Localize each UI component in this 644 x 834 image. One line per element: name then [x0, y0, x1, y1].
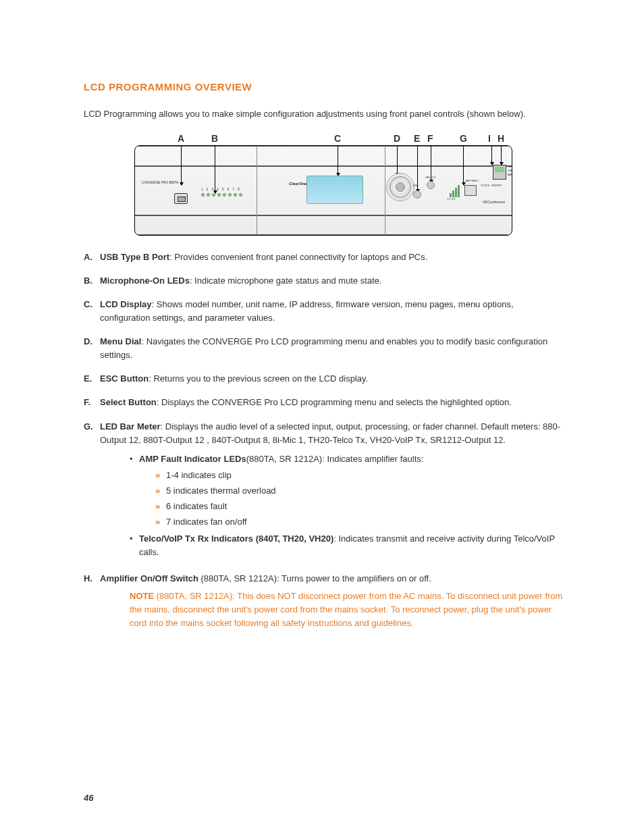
esc-label: ESC [413, 184, 419, 187]
item-g: G. LED Bar Meter: Displays the audio lev… [84, 420, 563, 562]
label-e: E [414, 133, 420, 144]
intro-paragraph: LCD Programming allows you to make simpl… [84, 107, 563, 121]
menu-dial-center-icon [396, 182, 405, 192]
item-letter: B. [84, 274, 100, 288]
mic-led-numbers: 1 2 3 4 5 6 7 8 [201, 188, 241, 191]
definition-list: A. USB Type B Port: Provides convenient … [84, 251, 563, 631]
item-letter: E. [84, 372, 100, 386]
tlock-box-icon [464, 185, 477, 196]
bar-meter-nums: 1 2 3 4 [447, 197, 455, 201]
item-desc: : Provides convenient front panel connec… [169, 252, 427, 262]
item-term: USB Type B Port [100, 252, 169, 262]
item-desc: : Displays the audio level of a selected… [100, 421, 560, 445]
item-term: Select Button [100, 397, 157, 407]
device-illustration: CONVERGE PRO 880TA 1 2 3 4 5 6 7 8 Clear… [134, 145, 512, 236]
sub-bullet: AMP Fault Indicator LEDs(880TA, SR 1212A… [130, 452, 563, 529]
note-body: (880TA, SR 1212A): This does NOT disconn… [130, 591, 562, 628]
label-c: C [334, 133, 341, 144]
diagram-labels-row: A B C D E F G I H [134, 133, 512, 145]
item-term: Microphone-On LEDs [100, 276, 190, 286]
sub-desc: (880TA, SR 1212A): Indicates amplifier f… [246, 454, 424, 464]
item-desc: : Indicate microphone gate status and mu… [190, 276, 382, 286]
item-letter: C. [84, 298, 100, 325]
item-term: LED Bar Meter [100, 421, 161, 432]
arrow-g [463, 145, 464, 185]
bar-meter-icon [450, 184, 460, 197]
label-i: I [488, 133, 491, 144]
amp-fault-label: AMP FAULT [466, 180, 479, 182]
item-e: E. ESC Button: Returns you to the previo… [84, 372, 563, 386]
label-d: D [394, 133, 400, 144]
section-title: LCD PROGRAMMING OVERVIEW [84, 81, 563, 93]
item-a: A. USB Type B Port: Provides convenient … [84, 251, 563, 264]
item-term: Amplifier On/Off Switch [100, 573, 198, 583]
item-letter: F. [84, 396, 100, 409]
label-g: G [460, 133, 467, 144]
esc-button-icon [413, 190, 421, 199]
amp-switch-labels: ON OFF AMP [508, 165, 512, 178]
arrow-d [397, 145, 398, 176]
item-term: LCD Display [100, 299, 152, 309]
item-letter: A. [84, 251, 100, 264]
front-panel-diagram: A B C D E F G I H CONVERGE PRO 880T [134, 133, 512, 236]
arrow-h [501, 145, 502, 165]
document-page: LCD PROGRAMMING OVERVIEW LCD Programming… [0, 0, 644, 834]
item-b: B. Microphone-On LEDs: Indicate micropho… [84, 274, 563, 288]
brand-label: ClearOne [289, 182, 307, 186]
page-number: 46 [84, 793, 93, 803]
label-b: B [211, 133, 218, 144]
item-f: F. Select Button: Displays the CONVERGE … [84, 396, 563, 409]
amp-word-label: AMP [508, 173, 512, 177]
sub-sub-item: 6 indicates fault [155, 500, 563, 513]
select-label: SELECT [425, 176, 436, 179]
item-letter: D. [84, 335, 100, 362]
product-label: CONVERGE PRO 880TA [142, 181, 179, 184]
item-letter: G. [84, 420, 100, 562]
note-label: NOTE [130, 591, 154, 601]
item-h: H. Amplifier On/Off Switch (880TA, SR 12… [84, 572, 563, 631]
lcd-display-icon [306, 176, 363, 204]
label-a: A [178, 133, 184, 144]
label-f: F [427, 133, 433, 144]
sub-sub-item: 7 indicates fan on/off [155, 515, 563, 529]
item-term: ESC Button [100, 373, 149, 384]
item-term: Menu Dial [100, 336, 141, 346]
select-button-icon [427, 181, 435, 189]
onoff-label: ON/OFF [491, 184, 502, 187]
usb-port-icon [174, 193, 188, 204]
item-letter: H. [84, 572, 100, 631]
arrow-b [215, 145, 215, 193]
sub-bullet: Telco/VoIP Tx Rx Indicators (840T, TH20,… [130, 532, 563, 559]
hdconference-label: HDConference [483, 200, 505, 204]
sub-bullet-list: AMP Fault Indicator LEDs(880TA, SR 1212A… [130, 452, 563, 559]
tlock-label: TLOCK [481, 184, 489, 187]
amp-switch-icon [493, 165, 506, 180]
note-block: NOTE (880TA, SR 1212A): This does NOT di… [130, 590, 563, 630]
arrow-a [181, 145, 182, 185]
item-desc: : Navigates the CONVERGE Pro LCD program… [100, 336, 547, 360]
sub-sub-list: 1-4 indicates clip 5 indicates thermal o… [155, 469, 563, 529]
label-h: H [498, 133, 504, 144]
sub-sub-item: 1-4 indicates clip [155, 469, 563, 482]
item-desc: : Returns you to the previous screen on … [149, 373, 368, 384]
mic-leds-icon [201, 193, 242, 197]
arrow-c [338, 145, 338, 176]
item-c: C. LCD Display: Shows model number, unit… [84, 298, 563, 325]
arrow-i [491, 145, 492, 165]
item-desc: : Shows model number, unit name, IP addr… [100, 299, 514, 323]
item-desc: (880TA, SR 1212A): Turns power to the am… [198, 573, 431, 583]
item-d: D. Menu Dial: Navigates the CONVERGE Pro… [84, 335, 563, 362]
sub-sub-item: 5 indicates thermal overload [155, 484, 563, 498]
sub-term: AMP Fault Indicator LEDs [139, 454, 246, 464]
sub-term: Telco/VoIP Tx Rx Indicators (840T, TH20,… [139, 533, 333, 544]
item-desc: : Displays the CONVERGE Pro LCD programm… [157, 397, 512, 407]
